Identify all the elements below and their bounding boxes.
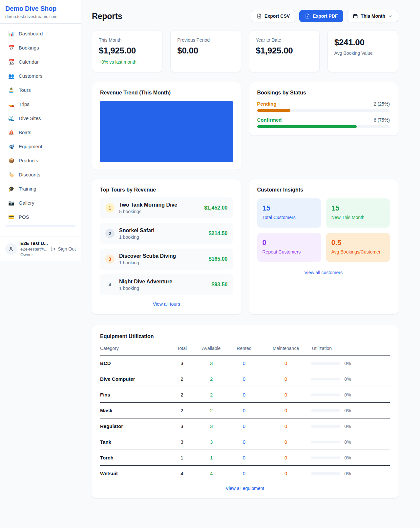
sidebar-item-discounts[interactable]: 🏷️ Discounts xyxy=(3,169,78,181)
tour-name: Night Dive Adventure xyxy=(119,279,172,285)
brand-name[interactable]: Demo Dive Shop xyxy=(5,5,76,12)
utilization-bar-track xyxy=(311,457,340,459)
cell-maintenance: 0 xyxy=(261,371,311,387)
tour-bookings: 5 bookings xyxy=(119,209,177,214)
utilization-bar-track xyxy=(311,441,340,443)
sidebar-item-bookings[interactable]: 📅 Bookings xyxy=(3,42,78,54)
sign-out-icon xyxy=(51,246,56,252)
sidebar-item-dashboard[interactable]: 📊 Dashboard xyxy=(3,28,78,40)
status-label: Pending xyxy=(257,101,277,107)
export-pdf-button[interactable]: Export PDF xyxy=(299,10,343,22)
top-tours-card: Top Tours by Revenue 1 Two Tank Morning … xyxy=(92,179,241,315)
sidebar-item-products[interactable]: 📦 Products xyxy=(3,154,78,167)
sidebar-item-gallery[interactable]: 📷 Gallery xyxy=(3,197,78,209)
sidebar-item-label: Equipment xyxy=(19,144,42,149)
sidebar-item-boats[interactable]: ⛵ Boats xyxy=(3,126,78,138)
table-row: Fins 2 2 0 0 0% xyxy=(100,387,390,403)
sidebar-item-calendar[interactable]: 📆 Calendar xyxy=(3,56,78,68)
sidebar-item-label: Calendar xyxy=(19,59,39,65)
sidebar-item-pos[interactable]: 💳 POS xyxy=(3,211,78,223)
top-tours-title: Top Tours by Revenue xyxy=(100,187,233,193)
calendar-icon xyxy=(353,13,358,19)
cell-category: Mask xyxy=(100,403,169,418)
tile-label: Total Customers xyxy=(262,215,316,220)
view-all-equipment-link[interactable]: View all equipment xyxy=(226,486,264,491)
export-csv-button[interactable]: Export CSV xyxy=(251,10,295,22)
cell-rented: 0 xyxy=(228,466,261,481)
cell-utilization: 0% xyxy=(311,371,390,387)
utilization-bar-track xyxy=(311,472,340,475)
cell-rented: 0 xyxy=(228,387,261,403)
sign-out-button[interactable]: Sign Out xyxy=(51,246,76,252)
status-row-confirmed: Confirmed 6 (75%) xyxy=(257,117,390,128)
cell-available: 2 xyxy=(195,403,228,418)
tile-value: 15 xyxy=(331,204,385,213)
sidebar-item-dive-sites[interactable]: 🌊 Dive Sites xyxy=(3,112,78,124)
cell-utilization: 0% xyxy=(311,418,390,434)
sidebar-item-training[interactable]: 🎓 Training xyxy=(3,183,78,195)
table-header-row: Category Total Available Rented Maintena… xyxy=(100,346,390,355)
sidebar-item-label: Bookings xyxy=(19,45,39,51)
sidebar-item-label: Tours xyxy=(19,87,31,93)
sidebar-item-equipment[interactable]: 🤿 Equipment xyxy=(3,140,78,152)
user-name: E2E Test U... xyxy=(20,241,47,246)
cell-maintenance: 0 xyxy=(261,387,311,403)
tour-bookings: 1 booking xyxy=(119,234,155,240)
charts-row: Revenue Trend (This Month) Bookings by S… xyxy=(92,82,398,170)
stats-row: This Month $1,925.00 +0% vs last month P… xyxy=(92,30,398,72)
user-role: Owner xyxy=(20,252,47,257)
chevron-down-icon xyxy=(388,14,392,18)
utilization-percent: 0% xyxy=(344,392,351,397)
equipment-utilization-title: Equipment Utilization xyxy=(100,334,390,339)
tour-name: Two Tank Morning Dive xyxy=(119,202,177,208)
utilization-percent: 0% xyxy=(344,376,351,382)
stat-label: Previous Period xyxy=(177,37,234,43)
brand[interactable]: Demo Dive Shop demo.test.divestreams.com xyxy=(0,0,81,24)
utilization-percent: 0% xyxy=(344,424,351,429)
sidebar-item-tours[interactable]: 🏝️ Tours xyxy=(3,84,78,96)
cell-rented: 0 xyxy=(228,450,261,466)
cell-utilization: 0% xyxy=(311,450,390,466)
stat-label: Avg Booking Value xyxy=(334,51,391,56)
status-bar-fill xyxy=(257,109,290,112)
cell-category: Dive Computer xyxy=(100,371,169,387)
sidebar-active-item-partial[interactable] xyxy=(5,225,76,227)
cell-utilization: 0% xyxy=(311,403,390,418)
tour-bookings: 1 booking xyxy=(119,260,176,265)
rank-badge: 3 xyxy=(105,254,115,264)
status-bar-fill xyxy=(257,125,357,128)
sidebar-item-customers[interactable]: 👥 Customers xyxy=(3,70,78,82)
stat-card-year-to-date: Year to Date $1,925.00 xyxy=(249,30,320,72)
cell-category: Regulator xyxy=(100,418,169,434)
utilization-percent: 0% xyxy=(344,439,351,445)
tour-name: Snorkel Safari xyxy=(119,228,155,234)
status-bar-track xyxy=(257,109,390,112)
table-row: Mask 2 2 0 0 0% xyxy=(100,403,390,418)
period-label: This Month xyxy=(361,13,385,19)
island-icon: 🏝️ xyxy=(8,88,14,92)
cell-available: 3 xyxy=(195,418,228,434)
stat-label: This Month xyxy=(99,37,156,43)
export-pdf-label: Export PDF xyxy=(313,13,338,19)
view-all-customers-link[interactable]: View all customers xyxy=(304,270,343,275)
equipment-utilization-card: Equipment Utilization Category Total Ava… xyxy=(92,325,398,498)
file-download-icon xyxy=(257,13,262,19)
revenue-trend-title: Revenue Trend (This Month) xyxy=(100,90,233,96)
utilization-bar-track xyxy=(311,394,340,396)
tour-item: 2 Snorkel Safari 1 booking $214.50 xyxy=(100,223,233,244)
status-row-pending: Pending 2 (25%) xyxy=(257,101,390,112)
period-dropdown[interactable]: This Month xyxy=(347,10,398,22)
view-all-tours-link[interactable]: View all tours xyxy=(153,301,180,307)
sidebar-item-label: Discounts xyxy=(19,172,40,177)
user-email: e2e-tester@... xyxy=(20,247,47,252)
column-header-available: Available xyxy=(195,346,228,355)
tile-label: Repeat Customers xyxy=(262,249,316,254)
sidebar-item-label: Dashboard xyxy=(19,31,43,36)
sidebar-item-label: Customers xyxy=(19,73,43,79)
status-bar-track xyxy=(257,125,390,128)
revenue-trend-card: Revenue Trend (This Month) xyxy=(92,82,241,170)
utilization-percent: 0% xyxy=(344,455,351,460)
sidebar-item-trips[interactable]: 🚤 Trips xyxy=(3,98,78,110)
stat-card-avg-booking-value: $241.00 Avg Booking Value xyxy=(327,30,398,72)
stat-label: Year to Date xyxy=(256,37,313,43)
